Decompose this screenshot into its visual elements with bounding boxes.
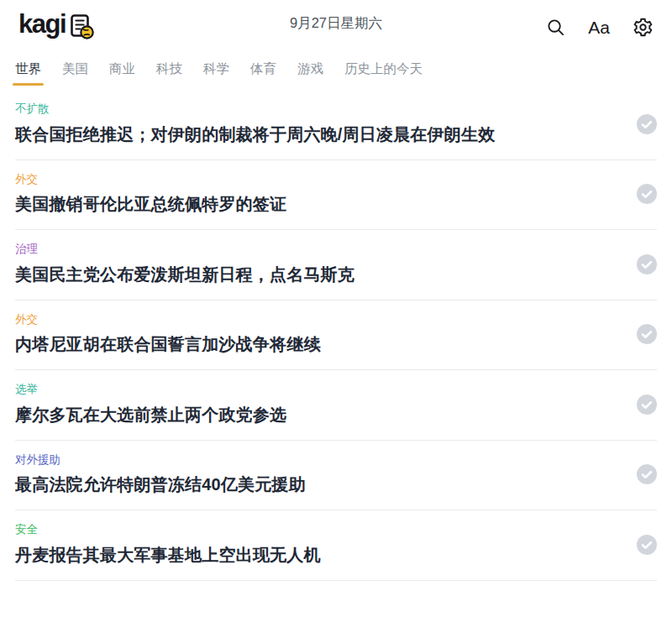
check-circle-icon	[637, 324, 657, 344]
category-label: 外交	[15, 314, 321, 326]
tab-business[interactable]: 商业	[109, 60, 135, 90]
kagi-logo-text: kagi	[18, 11, 66, 37]
header: kagi 9月27日星期六	[0, 0, 672, 47]
tab-technology[interactable]: 科技	[156, 60, 182, 90]
news-item[interactable]: 外交 内塔尼亚胡在联合国誓言加沙战争将继续	[15, 301, 657, 371]
news-headline[interactable]: 丹麦报告其最大军事基地上空出现无人机	[15, 544, 321, 566]
search-button[interactable]	[546, 18, 565, 37]
category-label: 外交	[15, 174, 286, 186]
tab-today-in-history[interactable]: 历史上的今天	[344, 60, 423, 90]
mark-read-button[interactable]	[637, 464, 657, 484]
check-circle-icon	[637, 535, 657, 555]
news-headline[interactable]: 摩尔多瓦在大选前禁止两个政党参选	[15, 404, 286, 426]
mark-read-button[interactable]	[637, 254, 657, 274]
kagi-news-page: kagi 9月27日星期六	[0, 0, 672, 581]
category-label: 安全	[15, 524, 321, 536]
header-actions: Aa	[546, 17, 654, 38]
tab-games[interactable]: 游戏	[297, 60, 323, 90]
category-tabs: 世界 美国 商业 科技 科学 体育 游戏 历史上的今天	[0, 47, 672, 90]
news-headline[interactable]: 美国撤销哥伦比亚总统佩特罗的签证	[15, 193, 286, 215]
category-label: 治理	[15, 243, 354, 255]
news-headline[interactable]: 内塔尼亚胡在联合国誓言加沙战争将继续	[15, 333, 321, 355]
mark-read-button[interactable]	[637, 535, 657, 555]
mark-read-button[interactable]	[637, 184, 657, 204]
gear-icon	[633, 17, 654, 38]
category-label: 对外援助	[15, 454, 306, 466]
kagi-logo[interactable]: kagi	[18, 13, 95, 41]
news-item[interactable]: 对外援助 最高法院允许特朗普冻结40亿美元援助	[15, 441, 657, 511]
tab-science[interactable]: 科学	[203, 60, 229, 90]
news-item[interactable]: 选举 摩尔多瓦在大选前禁止两个政党参选	[15, 370, 657, 441]
news-item[interactable]: 治理 美国民主党公布爱泼斯坦新日程，点名马斯克	[15, 230, 657, 301]
check-circle-icon	[637, 184, 657, 204]
settings-button[interactable]	[633, 17, 654, 38]
news-headline[interactable]: 最高法院允许特朗普冻结40亿美元援助	[15, 473, 306, 495]
search-icon	[546, 18, 565, 37]
news-item[interactable]: 安全 丹麦报告其最大军事基地上空出现无人机	[15, 510, 657, 581]
mark-read-button[interactable]	[637, 324, 657, 344]
news-headline[interactable]: 联合国拒绝推迟；对伊朗的制裁将于周六晚/周日凌晨在伊朗生效	[15, 123, 495, 145]
tab-world[interactable]: 世界	[15, 60, 41, 90]
news-list: 不扩散 联合国拒绝推迟；对伊朗的制裁将于周六晚/周日凌晨在伊朗生效 外交 美国撤…	[0, 90, 672, 581]
text-size-button[interactable]: Aa	[588, 18, 610, 36]
category-label: 选举	[15, 384, 286, 395]
tab-sports[interactable]: 体育	[250, 60, 276, 90]
category-label: 不扩散	[15, 103, 495, 115]
mark-read-button[interactable]	[637, 395, 657, 415]
news-item[interactable]: 外交 美国撤销哥伦比亚总统佩特罗的签证	[15, 160, 657, 231]
news-headline[interactable]: 美国民主党公布爱泼斯坦新日程，点名马斯克	[15, 264, 354, 285]
newspaper-with-ball-icon	[68, 13, 95, 41]
tab-usa[interactable]: 美国	[62, 60, 88, 90]
check-circle-icon	[637, 114, 657, 134]
check-circle-icon	[637, 395, 657, 415]
news-item[interactable]: 不扩散 联合国拒绝推迟；对伊朗的制裁将于周六晚/周日凌晨在伊朗生效	[15, 90, 657, 160]
check-circle-icon	[637, 254, 657, 274]
check-circle-icon	[637, 464, 657, 484]
mark-read-button[interactable]	[637, 114, 657, 134]
